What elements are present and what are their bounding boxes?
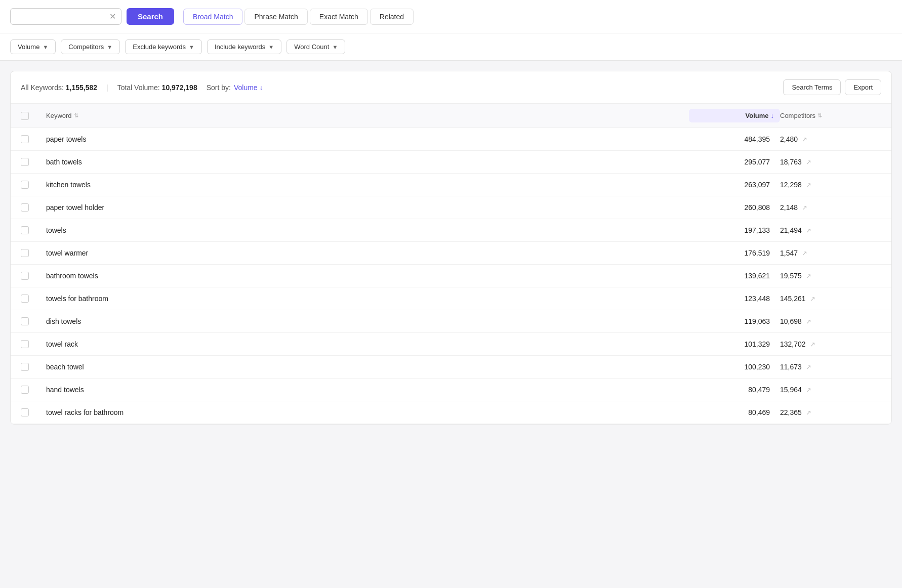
- column-keyword-header[interactable]: Keyword ⇅: [46, 112, 689, 119]
- row-volume: 101,329: [689, 340, 780, 348]
- row-keyword: kitchen towels: [46, 181, 689, 189]
- row-checkbox[interactable]: [21, 249, 29, 257]
- filters-bar: Volume ▼ Competitors ▼ Exclude keywords …: [0, 33, 902, 61]
- all-keywords-label: All Keywords:: [21, 83, 64, 92]
- external-link-icon[interactable]: ↗: [802, 136, 807, 143]
- search-terms-button[interactable]: Search Terms: [783, 79, 841, 95]
- row-checkbox-wrapper[interactable]: [21, 158, 46, 166]
- content-area: All Keywords: 1,155,582 | Total Volume: …: [10, 71, 892, 425]
- row-checkbox-wrapper[interactable]: [21, 226, 46, 234]
- select-all-checkbox[interactable]: [21, 112, 29, 120]
- external-link-icon[interactable]: ↗: [802, 204, 807, 212]
- row-checkbox-wrapper[interactable]: [21, 363, 46, 371]
- row-checkbox-wrapper[interactable]: [21, 295, 46, 303]
- row-checkbox[interactable]: [21, 317, 29, 325]
- row-checkbox-wrapper[interactable]: [21, 203, 46, 212]
- filter-word-count[interactable]: Word Count ▼: [286, 39, 345, 54]
- filter-competitors[interactable]: Competitors ▼: [61, 39, 120, 54]
- external-link-icon[interactable]: ↗: [810, 341, 815, 348]
- row-checkbox-wrapper[interactable]: [21, 181, 46, 189]
- filter-wordcount-label: Word Count: [294, 43, 329, 51]
- match-tabs: Broad Match Phrase Match Exact Match Rel…: [183, 9, 414, 25]
- content-header: All Keywords: 1,155,582 | Total Volume: …: [11, 71, 891, 104]
- row-keyword: beach towel: [46, 363, 689, 371]
- row-checkbox[interactable]: [21, 295, 29, 303]
- competitors-value: 12,298: [780, 181, 802, 189]
- tab-exact-match[interactable]: Exact Match: [310, 9, 368, 25]
- row-competitors: 2,480 ↗: [780, 135, 881, 143]
- filter-competitors-label: Competitors: [68, 43, 104, 51]
- tab-phrase-match[interactable]: Phrase Match: [244, 9, 307, 25]
- sort-by-control[interactable]: Sort by: Volume ↓: [207, 83, 263, 92]
- sort-volume-down-icon: ↓: [771, 112, 774, 119]
- row-checkbox[interactable]: [21, 203, 29, 212]
- row-checkbox[interactable]: [21, 386, 29, 394]
- competitors-value: 2,480: [780, 135, 798, 143]
- filter-volume-label: Volume: [18, 43, 39, 51]
- top-bar: towel ✕ Search Broad Match Phrase Match …: [0, 0, 902, 33]
- row-checkbox[interactable]: [21, 158, 29, 166]
- table-column-headers: Keyword ⇅ Volume ↓ Competitors ⇅: [11, 104, 891, 128]
- external-link-icon[interactable]: ↗: [810, 295, 815, 303]
- select-all-checkbox-wrapper[interactable]: [21, 112, 46, 120]
- tab-broad-match[interactable]: Broad Match: [183, 9, 242, 25]
- filter-include-label: Include keywords: [215, 43, 265, 51]
- table-row: paper towel holder 260,808 2,148 ↗: [11, 196, 891, 219]
- row-checkbox[interactable]: [21, 363, 29, 371]
- column-competitors-header[interactable]: Competitors ⇅: [780, 112, 881, 119]
- row-competitors: 22,365 ↗: [780, 408, 881, 416]
- row-checkbox[interactable]: [21, 408, 29, 416]
- row-checkbox-wrapper[interactable]: [21, 249, 46, 257]
- external-link-icon[interactable]: ↗: [806, 386, 811, 394]
- clear-icon[interactable]: ✕: [109, 12, 116, 21]
- row-checkbox-wrapper[interactable]: [21, 408, 46, 416]
- row-checkbox-wrapper[interactable]: [21, 272, 46, 280]
- external-link-icon[interactable]: ↗: [806, 409, 811, 416]
- table-row: towel rack 101,329 132,702 ↗: [11, 333, 891, 356]
- row-volume: 80,479: [689, 386, 780, 394]
- row-volume: 484,395: [689, 135, 780, 143]
- row-competitors: 11,673 ↗: [780, 363, 881, 371]
- sort-down-arrow-icon: ↓: [260, 83, 263, 91]
- row-checkbox-wrapper[interactable]: [21, 317, 46, 325]
- external-link-icon[interactable]: ↗: [802, 249, 807, 257]
- external-link-icon[interactable]: ↗: [806, 181, 811, 189]
- competitors-value: 145,261: [780, 295, 806, 303]
- search-button[interactable]: Search: [127, 8, 174, 25]
- filter-include-keywords[interactable]: Include keywords ▼: [207, 39, 281, 54]
- row-competitors: 2,148 ↗: [780, 203, 881, 212]
- all-keywords-value: 1,155,582: [66, 83, 97, 92]
- external-link-icon[interactable]: ↗: [806, 318, 811, 325]
- row-checkbox[interactable]: [21, 226, 29, 234]
- column-volume-header[interactable]: Volume ↓: [689, 109, 780, 122]
- table-row: dish towels 119,063 10,698 ↗: [11, 310, 891, 333]
- row-checkbox[interactable]: [21, 181, 29, 189]
- search-input[interactable]: towel: [16, 12, 107, 21]
- filter-volume[interactable]: Volume ▼: [10, 39, 56, 54]
- external-link-icon[interactable]: ↗: [806, 158, 811, 166]
- row-volume: 139,621: [689, 272, 780, 280]
- row-volume: 263,097: [689, 181, 780, 189]
- tab-related[interactable]: Related: [370, 9, 414, 25]
- table-body: paper towels 484,395 2,480 ↗ bath towels…: [11, 128, 891, 424]
- row-keyword: bathroom towels: [46, 272, 689, 280]
- row-checkbox[interactable]: [21, 272, 29, 280]
- row-checkbox[interactable]: [21, 340, 29, 348]
- competitors-value: 1,547: [780, 249, 798, 257]
- export-button[interactable]: Export: [845, 79, 881, 95]
- row-volume: 176,519: [689, 249, 780, 257]
- row-keyword: bath towels: [46, 158, 689, 166]
- table-row: towels for bathroom 123,448 145,261 ↗: [11, 287, 891, 310]
- total-volume-label: Total Volume:: [117, 83, 160, 92]
- row-checkbox-wrapper[interactable]: [21, 340, 46, 348]
- table-row: kitchen towels 263,097 12,298 ↗: [11, 174, 891, 196]
- row-volume: 123,448: [689, 295, 780, 303]
- row-checkbox-wrapper[interactable]: [21, 386, 46, 394]
- external-link-icon[interactable]: ↗: [806, 272, 811, 280]
- row-checkbox[interactable]: [21, 135, 29, 143]
- header-buttons: Search Terms Export: [783, 79, 881, 95]
- row-checkbox-wrapper[interactable]: [21, 135, 46, 143]
- external-link-icon[interactable]: ↗: [806, 227, 811, 234]
- filter-exclude-keywords[interactable]: Exclude keywords ▼: [125, 39, 202, 54]
- external-link-icon[interactable]: ↗: [806, 363, 811, 371]
